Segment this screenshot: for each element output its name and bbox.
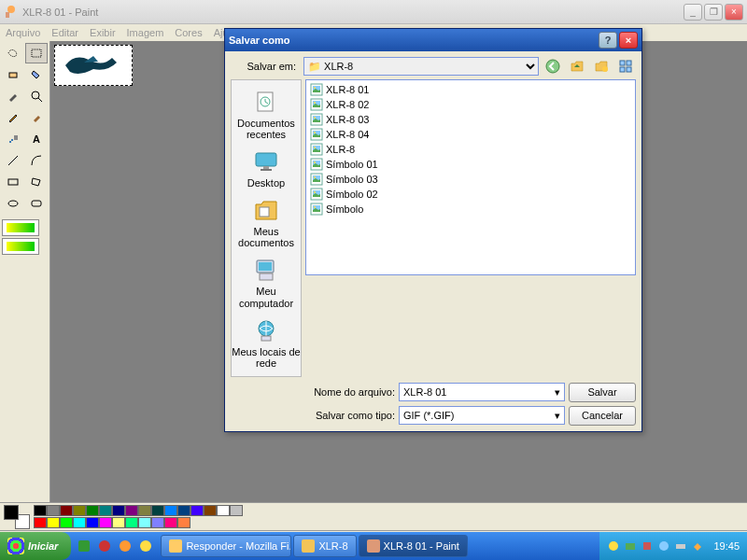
clock[interactable]: 19:45 — [713, 540, 740, 552]
tray-icon[interactable] — [691, 539, 704, 553]
cancel-button[interactable]: Cancelar — [569, 406, 636, 426]
palette-color[interactable] — [125, 517, 138, 528]
palette-color[interactable] — [125, 505, 138, 516]
tool-curve[interactable] — [25, 150, 48, 171]
palette-color[interactable] — [47, 505, 60, 516]
canvas[interactable] — [54, 45, 133, 86]
palette-color[interactable] — [34, 505, 47, 516]
palette-color[interactable] — [60, 517, 73, 528]
tool-option-1[interactable] — [2, 219, 39, 236]
palette-color[interactable] — [60, 505, 73, 516]
menu-cores[interactable]: Cores — [175, 27, 202, 38]
tool-option-2[interactable] — [2, 238, 39, 255]
palette-color[interactable] — [86, 505, 99, 516]
palette-color[interactable] — [138, 517, 151, 528]
tool-brush[interactable] — [25, 107, 48, 128]
menu-exibir[interactable]: Exibir — [90, 27, 116, 38]
file-item[interactable]: XLR-8 01 — [308, 82, 633, 97]
palette-color[interactable] — [73, 517, 86, 528]
palette-color[interactable] — [164, 505, 177, 516]
close-button[interactable]: × — [725, 4, 743, 21]
save-button[interactable]: Salvar — [569, 383, 636, 402]
fg-color[interactable] — [4, 505, 19, 520]
palette-color[interactable] — [164, 517, 177, 528]
palette-color[interactable] — [190, 505, 204, 516]
menu-imagem[interactable]: Imagem — [127, 27, 164, 38]
quicklaunch-item[interactable] — [136, 537, 155, 555]
palette-color[interactable] — [217, 505, 230, 516]
file-item[interactable]: Símbolo 03 — [308, 172, 633, 187]
fg-bg-colors[interactable] — [4, 505, 30, 529]
place-network[interactable]: Meus locais de rede — [232, 313, 301, 372]
menu-editar[interactable]: Editar — [51, 27, 78, 38]
filename-field[interactable]: XLR-8 01▾ — [399, 383, 565, 401]
taskbar-task[interactable]: XLR-8 — [293, 535, 356, 557]
nav-views-icon[interactable] — [615, 57, 636, 76]
tool-eraser[interactable] — [2, 64, 24, 85]
tool-pencil[interactable] — [2, 107, 24, 128]
maximize-button[interactable]: ❐ — [704, 4, 723, 21]
file-item[interactable]: XLR-8 — [308, 142, 633, 157]
taskbar-task[interactable]: Responder - Mozilla Fi... — [161, 535, 291, 557]
file-item[interactable]: Símbolo — [308, 202, 633, 217]
palette-color[interactable] — [112, 517, 125, 528]
palette-color[interactable] — [112, 505, 125, 516]
filetype-field[interactable]: GIF (*.GIF)▾ — [399, 406, 565, 425]
palette-color[interactable] — [177, 505, 190, 516]
chevron-down-icon[interactable]: ▾ — [555, 386, 560, 399]
place-mydocs[interactable]: Meus documentos — [232, 192, 301, 252]
nav-newfolder-icon[interactable] — [591, 57, 612, 76]
palette-color[interactable] — [138, 505, 151, 516]
save-in-dropdown[interactable]: 📁 XLR-8 — [303, 57, 539, 76]
quicklaunch-item[interactable] — [116, 537, 134, 555]
palette-color[interactable] — [151, 517, 164, 528]
palette-color[interactable] — [99, 517, 112, 528]
nav-up-icon[interactable] — [567, 57, 587, 76]
palette-color[interactable] — [230, 505, 243, 516]
palette-color[interactable] — [177, 517, 190, 528]
dialog-titlebar[interactable]: Salvar como ? × — [225, 29, 641, 51]
tool-rect[interactable] — [2, 172, 24, 192]
tool-text[interactable]: A — [25, 129, 48, 149]
dialog-help-button[interactable]: ? — [599, 32, 617, 49]
tray-icon[interactable] — [607, 539, 620, 553]
menu-arquivo[interactable]: Arquivo — [6, 27, 40, 38]
palette-color[interactable] — [151, 505, 164, 516]
file-item[interactable]: XLR-8 04 — [308, 127, 633, 142]
tool-picker[interactable] — [2, 86, 24, 106]
tool-line[interactable] — [2, 150, 24, 171]
palette-color[interactable] — [34, 517, 47, 528]
palette-color[interactable] — [47, 517, 60, 528]
taskbar-task[interactable]: XLR-8 01 - Paint — [359, 535, 468, 557]
tray-icon[interactable] — [657, 539, 670, 553]
palette-color[interactable] — [73, 505, 86, 516]
tray-icon[interactable] — [641, 539, 654, 553]
chevron-down-icon[interactable]: ▾ — [555, 410, 560, 422]
tool-roundrect[interactable] — [25, 193, 48, 214]
tray-icon[interactable] — [624, 539, 637, 553]
tool-magnify[interactable] — [25, 86, 48, 106]
place-desktop[interactable]: Desktop — [232, 144, 301, 192]
tool-airbrush[interactable] — [2, 129, 24, 149]
file-item[interactable]: Símbolo 01 — [308, 157, 633, 172]
file-item[interactable]: Símbolo 02 — [308, 187, 633, 202]
file-item[interactable]: XLR-8 03 — [308, 112, 633, 127]
palette-color[interactable] — [204, 505, 217, 516]
file-item[interactable]: XLR-8 02 — [308, 97, 633, 112]
quicklaunch-item[interactable] — [75, 537, 93, 555]
quicklaunch-item[interactable] — [95, 537, 114, 555]
tool-ellipse[interactable] — [2, 193, 24, 214]
tool-polygon[interactable] — [25, 172, 48, 192]
start-button[interactable]: Iniciar — [0, 532, 71, 560]
tray-icon[interactable] — [674, 539, 687, 553]
tool-freeform-select[interactable] — [2, 43, 24, 63]
palette-color[interactable] — [99, 505, 112, 516]
nav-back-icon[interactable] — [543, 57, 563, 76]
file-list[interactable]: XLR-8 01XLR-8 02XLR-8 03XLR-8 04XLR-8Sím… — [305, 79, 636, 275]
minimize-button[interactable]: _ — [684, 4, 702, 21]
place-mycomputer[interactable]: Meu computador — [232, 252, 301, 312]
palette-color[interactable] — [86, 517, 99, 528]
tool-rect-select[interactable] — [25, 43, 48, 63]
tool-fill[interactable] — [25, 64, 48, 85]
place-recent[interactable]: Documentos recentes — [232, 84, 301, 144]
